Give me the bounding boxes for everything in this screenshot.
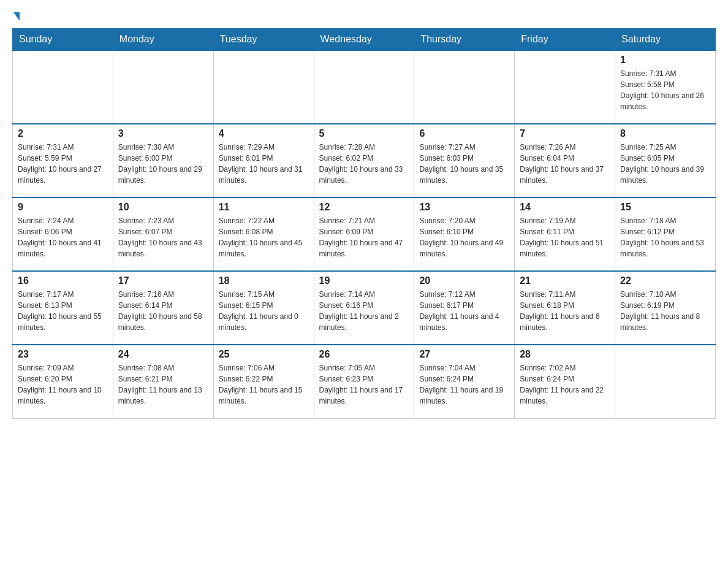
day-number: 3 bbox=[118, 128, 208, 139]
day-info: Sunrise: 7:21 AMSunset: 6:09 PMDaylight:… bbox=[319, 215, 409, 259]
day-number: 20 bbox=[419, 275, 509, 286]
page-header bbox=[12, 12, 716, 22]
day-info: Sunrise: 7:29 AMSunset: 6:01 PMDaylight:… bbox=[219, 142, 309, 186]
day-info: Sunrise: 7:22 AMSunset: 6:08 PMDaylight:… bbox=[219, 215, 309, 259]
calendar-header-row: SundayMondayTuesdayWednesdayThursdayFrid… bbox=[13, 29, 716, 51]
weekday-header-monday: Monday bbox=[113, 29, 213, 51]
calendar-cell bbox=[213, 50, 314, 124]
day-info: Sunrise: 7:04 AMSunset: 6:24 PMDaylight:… bbox=[419, 362, 509, 407]
calendar-cell: 13Sunrise: 7:20 AMSunset: 6:10 PMDayligh… bbox=[414, 197, 515, 271]
day-number: 18 bbox=[219, 275, 309, 286]
day-info: Sunrise: 7:05 AMSunset: 6:23 PMDaylight:… bbox=[319, 362, 409, 407]
day-number: 22 bbox=[620, 275, 710, 286]
calendar-cell: 1Sunrise: 7:31 AMSunset: 5:58 PMDaylight… bbox=[615, 50, 716, 124]
calendar-cell bbox=[314, 50, 414, 124]
calendar-cell: 27Sunrise: 7:04 AMSunset: 6:24 PMDayligh… bbox=[414, 345, 515, 418]
calendar-cell: 18Sunrise: 7:15 AMSunset: 6:15 PMDayligh… bbox=[213, 271, 314, 345]
day-number: 12 bbox=[319, 202, 409, 213]
day-info: Sunrise: 7:12 AMSunset: 6:17 PMDaylight:… bbox=[419, 289, 509, 333]
logo-arrow-icon bbox=[13, 12, 20, 21]
calendar-cell: 16Sunrise: 7:17 AMSunset: 6:13 PMDayligh… bbox=[13, 271, 113, 345]
week-row-3: 9Sunrise: 7:24 AMSunset: 6:06 PMDaylight… bbox=[13, 197, 716, 271]
day-info: Sunrise: 7:19 AMSunset: 6:11 PMDaylight:… bbox=[520, 215, 610, 259]
calendar-cell bbox=[13, 50, 113, 124]
week-row-1: 1Sunrise: 7:31 AMSunset: 5:58 PMDaylight… bbox=[13, 50, 716, 124]
week-row-2: 2Sunrise: 7:31 AMSunset: 5:59 PMDaylight… bbox=[13, 124, 716, 197]
day-info: Sunrise: 7:18 AMSunset: 6:12 PMDaylight:… bbox=[620, 215, 710, 259]
day-info: Sunrise: 7:17 AMSunset: 6:13 PMDaylight:… bbox=[18, 289, 108, 333]
calendar-cell: 9Sunrise: 7:24 AMSunset: 6:06 PMDaylight… bbox=[13, 197, 113, 271]
day-number: 26 bbox=[319, 349, 409, 360]
calendar-cell: 21Sunrise: 7:11 AMSunset: 6:18 PMDayligh… bbox=[515, 271, 615, 345]
weekday-header-saturday: Saturday bbox=[615, 29, 716, 51]
day-info: Sunrise: 7:14 AMSunset: 6:16 PMDaylight:… bbox=[319, 289, 409, 333]
day-number: 9 bbox=[18, 202, 108, 213]
calendar-cell: 24Sunrise: 7:08 AMSunset: 6:21 PMDayligh… bbox=[113, 345, 213, 418]
day-info: Sunrise: 7:30 AMSunset: 6:00 PMDaylight:… bbox=[118, 142, 208, 186]
weekday-header-tuesday: Tuesday bbox=[213, 29, 314, 51]
day-number: 24 bbox=[118, 349, 208, 360]
calendar-cell: 5Sunrise: 7:28 AMSunset: 6:02 PMDaylight… bbox=[314, 124, 414, 197]
day-number: 16 bbox=[18, 275, 108, 286]
calendar-cell: 20Sunrise: 7:12 AMSunset: 6:17 PMDayligh… bbox=[414, 271, 515, 345]
calendar-cell: 7Sunrise: 7:26 AMSunset: 6:04 PMDaylight… bbox=[515, 124, 615, 197]
day-info: Sunrise: 7:24 AMSunset: 6:06 PMDaylight:… bbox=[18, 215, 108, 259]
day-number: 10 bbox=[118, 202, 208, 213]
day-number: 27 bbox=[419, 349, 509, 360]
day-number: 1 bbox=[620, 55, 710, 66]
day-number: 8 bbox=[620, 128, 710, 139]
day-info: Sunrise: 7:28 AMSunset: 6:02 PMDaylight:… bbox=[319, 142, 409, 186]
day-info: Sunrise: 7:23 AMSunset: 6:07 PMDaylight:… bbox=[118, 215, 208, 259]
day-number: 11 bbox=[219, 202, 309, 213]
calendar-cell: 19Sunrise: 7:14 AMSunset: 6:16 PMDayligh… bbox=[314, 271, 414, 345]
day-number: 6 bbox=[419, 128, 509, 139]
day-info: Sunrise: 7:09 AMSunset: 6:20 PMDaylight:… bbox=[18, 362, 108, 407]
weekday-header-friday: Friday bbox=[515, 29, 615, 51]
calendar-cell: 17Sunrise: 7:16 AMSunset: 6:14 PMDayligh… bbox=[113, 271, 213, 345]
calendar-table: SundayMondayTuesdayWednesdayThursdayFrid… bbox=[12, 28, 716, 419]
day-number: 7 bbox=[520, 128, 610, 139]
day-info: Sunrise: 7:15 AMSunset: 6:15 PMDaylight:… bbox=[219, 289, 309, 333]
day-info: Sunrise: 7:08 AMSunset: 6:21 PMDaylight:… bbox=[118, 362, 208, 407]
day-info: Sunrise: 7:31 AMSunset: 5:59 PMDaylight:… bbox=[18, 142, 108, 186]
day-number: 15 bbox=[620, 202, 710, 213]
day-number: 21 bbox=[520, 275, 610, 286]
calendar-cell: 11Sunrise: 7:22 AMSunset: 6:08 PMDayligh… bbox=[213, 197, 314, 271]
calendar-cell: 12Sunrise: 7:21 AMSunset: 6:09 PMDayligh… bbox=[314, 197, 414, 271]
day-info: Sunrise: 7:26 AMSunset: 6:04 PMDaylight:… bbox=[520, 142, 610, 186]
day-number: 4 bbox=[219, 128, 309, 139]
logo bbox=[12, 12, 20, 22]
calendar-cell: 23Sunrise: 7:09 AMSunset: 6:20 PMDayligh… bbox=[13, 345, 113, 418]
calendar-cell bbox=[113, 50, 213, 124]
day-number: 19 bbox=[319, 275, 409, 286]
day-info: Sunrise: 7:11 AMSunset: 6:18 PMDaylight:… bbox=[520, 289, 610, 333]
day-number: 13 bbox=[419, 202, 509, 213]
day-info: Sunrise: 7:20 AMSunset: 6:10 PMDaylight:… bbox=[419, 215, 509, 259]
weekday-header-thursday: Thursday bbox=[414, 29, 515, 51]
day-info: Sunrise: 7:31 AMSunset: 5:58 PMDaylight:… bbox=[620, 68, 710, 112]
day-info: Sunrise: 7:25 AMSunset: 6:05 PMDaylight:… bbox=[620, 142, 710, 186]
calendar-cell bbox=[615, 345, 716, 418]
day-info: Sunrise: 7:10 AMSunset: 6:19 PMDaylight:… bbox=[620, 289, 710, 333]
day-number: 2 bbox=[18, 128, 108, 139]
calendar-cell: 14Sunrise: 7:19 AMSunset: 6:11 PMDayligh… bbox=[515, 197, 615, 271]
day-number: 25 bbox=[219, 349, 309, 360]
day-info: Sunrise: 7:16 AMSunset: 6:14 PMDaylight:… bbox=[118, 289, 208, 333]
day-number: 5 bbox=[319, 128, 409, 139]
calendar-cell: 6Sunrise: 7:27 AMSunset: 6:03 PMDaylight… bbox=[414, 124, 515, 197]
calendar-cell: 3Sunrise: 7:30 AMSunset: 6:00 PMDaylight… bbox=[113, 124, 213, 197]
calendar-cell: 15Sunrise: 7:18 AMSunset: 6:12 PMDayligh… bbox=[615, 197, 716, 271]
day-number: 14 bbox=[520, 202, 610, 213]
calendar-cell bbox=[414, 50, 515, 124]
calendar-cell: 22Sunrise: 7:10 AMSunset: 6:19 PMDayligh… bbox=[615, 271, 716, 345]
weekday-header-wednesday: Wednesday bbox=[314, 29, 414, 51]
weekday-header-sunday: Sunday bbox=[13, 29, 113, 51]
week-row-4: 16Sunrise: 7:17 AMSunset: 6:13 PMDayligh… bbox=[13, 271, 716, 345]
calendar-cell: 4Sunrise: 7:29 AMSunset: 6:01 PMDaylight… bbox=[213, 124, 314, 197]
calendar-cell bbox=[515, 50, 615, 124]
day-number: 17 bbox=[118, 275, 208, 286]
calendar-cell: 25Sunrise: 7:06 AMSunset: 6:22 PMDayligh… bbox=[213, 345, 314, 418]
day-info: Sunrise: 7:02 AMSunset: 6:24 PMDaylight:… bbox=[520, 362, 610, 407]
calendar-cell: 26Sunrise: 7:05 AMSunset: 6:23 PMDayligh… bbox=[314, 345, 414, 418]
calendar-cell: 10Sunrise: 7:23 AMSunset: 6:07 PMDayligh… bbox=[113, 197, 213, 271]
